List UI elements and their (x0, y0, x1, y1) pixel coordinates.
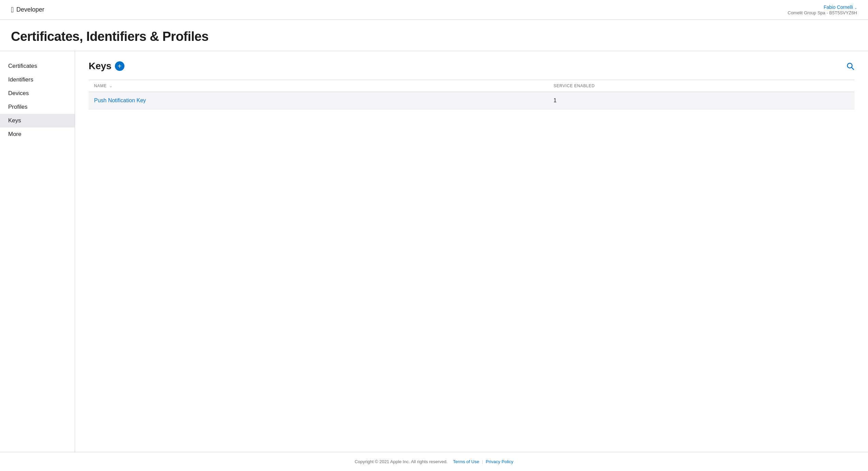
privacy-policy-link[interactable]: Privacy Policy (486, 459, 513, 464)
table-body: Push Notification Key 1 (89, 92, 854, 109)
user-name-link[interactable]: Fabio Cornelli ⌄ (824, 4, 857, 10)
add-key-button[interactable]: + (115, 61, 124, 71)
sidebar: Certificates Identifiers Devices Profile… (0, 51, 75, 452)
sort-arrow-icon: ⌄ (109, 84, 113, 88)
keys-title-group: Keys + (89, 61, 124, 72)
table-row: Push Notification Key 1 (89, 92, 854, 109)
top-nav:  Developer Fabio Cornelli ⌄ Comelit Gro… (0, 0, 868, 20)
key-service-cell: 1 (548, 92, 854, 109)
sidebar-item-certificates[interactable]: Certificates (0, 59, 75, 73)
svg-line-1 (852, 67, 854, 70)
keys-header-row: Keys + (89, 61, 854, 72)
user-chevron-icon: ⌄ (854, 6, 857, 10)
page-title: Certificates, Identifiers & Profiles (11, 29, 857, 44)
terms-of-use-link[interactable]: Terms of Use (453, 459, 479, 464)
main-layout: Certificates Identifiers Devices Profile… (0, 51, 868, 452)
sidebar-item-devices[interactable]: Devices (0, 87, 75, 100)
table-header: NAME ⌄ SERVICE ENABLED (89, 80, 854, 92)
col-header-service: SERVICE ENABLED (548, 80, 854, 92)
page-header: Certificates, Identifiers & Profiles (0, 20, 868, 51)
sidebar-item-keys[interactable]: Keys (0, 114, 75, 127)
sidebar-item-profiles[interactable]: Profiles (0, 100, 75, 114)
org-label: Comelit Group Spa - B5T5SVYZ6H (788, 10, 857, 15)
key-name-link[interactable]: Push Notification Key (94, 97, 146, 103)
keys-table: NAME ⌄ SERVICE ENABLED Push Notification… (89, 80, 854, 109)
footer: Copyright © 2021 Apple Inc. All rights r… (0, 452, 868, 471)
search-button[interactable] (846, 62, 854, 70)
developer-label: Developer (16, 6, 44, 13)
col-header-name[interactable]: NAME ⌄ (89, 80, 548, 92)
footer-divider: | (482, 459, 483, 464)
copyright-text: Copyright © 2021 Apple Inc. All rights r… (355, 459, 448, 464)
sidebar-item-identifiers[interactable]: Identifiers (0, 73, 75, 87)
search-icon (846, 62, 854, 70)
apple-logo-icon:  (11, 6, 14, 14)
footer-links: Terms of Use | Privacy Policy (453, 459, 513, 464)
key-name-cell: Push Notification Key (89, 92, 548, 109)
main-content: Keys + NAME ⌄ SERVICE ENABLED (75, 51, 868, 452)
sidebar-item-more[interactable]: More (0, 127, 75, 141)
user-info: Fabio Cornelli ⌄ Comelit Group Spa - B5T… (788, 4, 857, 15)
nav-brand:  Developer (11, 6, 44, 14)
keys-section-title: Keys (89, 61, 111, 72)
